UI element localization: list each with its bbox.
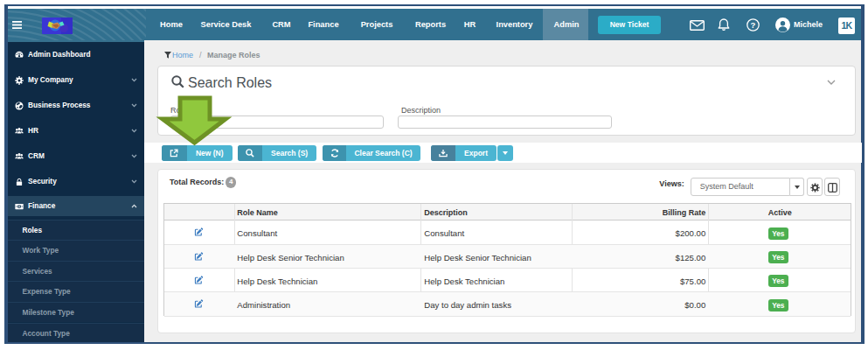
svg-text:?: ?	[751, 19, 756, 29]
